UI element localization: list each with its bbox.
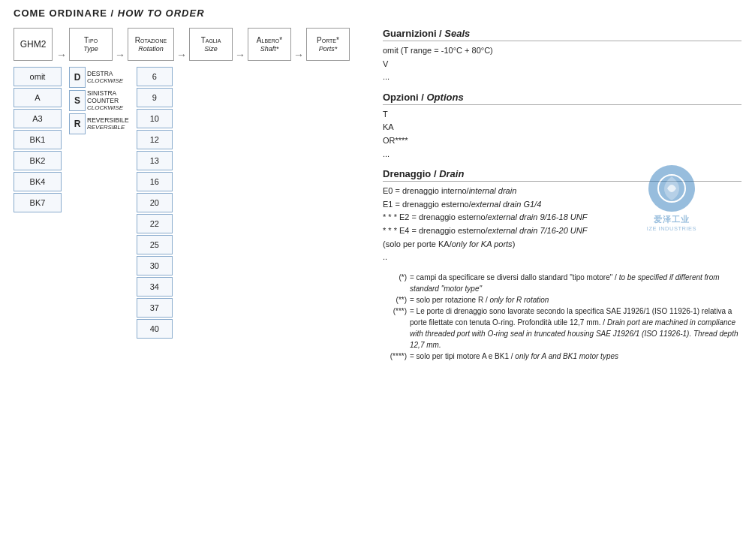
header-row: GHM2 → Tipo Type → Rotazione Rotation → …: [14, 28, 366, 61]
ize-watermark: 爱泽工业 IZE INDUSTRIES: [647, 165, 696, 232]
hdr-porte: Porte* Ports*: [306, 28, 350, 61]
tipo-bk7: BK7: [14, 193, 62, 212]
footnote-2: (**) = solo per rotazione R / only for R…: [383, 294, 741, 306]
footnotes: (*) = campi da specificare se diversi da…: [383, 272, 741, 362]
arrow-1: →: [54, 31, 69, 61]
seals-section: Guarnizioni / Seals omit (T range = -10°…: [383, 28, 741, 84]
ize-circle: [648, 165, 695, 212]
ize-icon: [657, 173, 687, 203]
page-title: COME ORDINARE / HOW TO ORDER: [14, 8, 741, 19]
rot-s: S SINISTRA COUNTER CLOCKWISE: [69, 89, 129, 112]
footnote-4: (****) = solo per tipi motore A e BK1 / …: [383, 351, 741, 362]
taglia-column: 6 9 10 12 13 16 20 22 25 30 34 37 40: [137, 67, 173, 339]
seals-line-1: omit (T range = -10°C + 80°C): [383, 44, 741, 58]
hdr-tipo: Tipo Type: [69, 28, 113, 61]
order-diagram: GHM2 → Tipo Type → Rotazione Rotation → …: [14, 28, 366, 339]
taglia-6: 6: [137, 67, 173, 86]
arrow-2: →: [113, 31, 128, 61]
hdr-albero: Albero* Shaft*: [248, 28, 291, 61]
ghm2-label: GHM2: [14, 28, 53, 61]
tipo-bk4: BK4: [14, 172, 62, 191]
options-title: Opzioni / Options: [383, 92, 741, 105]
arrow-5: →: [291, 31, 306, 61]
tipo-bk1: BK1: [14, 130, 62, 149]
rot-r: R REVERSIBILE REVERSIBLE: [69, 113, 129, 134]
seals-line-3: ...: [383, 71, 741, 84]
taglia-12: 12: [137, 130, 173, 149]
tipo-bk2: BK2: [14, 151, 62, 170]
ize-chinese: 爱泽工业: [654, 214, 690, 225]
tipo-a: A: [14, 88, 62, 107]
rot-d: D DESTRA CLOCKWISE: [69, 67, 129, 88]
options-section: Opzioni / Options T KA OR**** ...: [383, 92, 741, 161]
taglia-16: 16: [137, 172, 173, 191]
taglia-37: 37: [137, 298, 173, 318]
drain-dots: ..: [383, 251, 741, 264]
options-line-2: KA: [383, 121, 741, 134]
options-line-3: OR****: [383, 134, 741, 148]
seals-title: Guarnizioni / Seals: [383, 28, 741, 41]
hdr-taglia: Taglia Size: [189, 28, 233, 61]
taglia-22: 22: [137, 214, 173, 233]
columns-area: omit A A3 BK1 BK2 BK4 BK7 D DESTRA CLOCK…: [14, 67, 366, 339]
taglia-34: 34: [137, 277, 173, 297]
arrow-3: →: [174, 31, 189, 61]
footnote-1: (*) = campi da specificare se diversi da…: [383, 272, 741, 294]
tipo-a3: A3: [14, 109, 62, 128]
footnote-3: (***) = Le porte di drenaggio sono lavor…: [383, 306, 741, 351]
taglia-40: 40: [137, 319, 173, 339]
options-line-4: ...: [383, 148, 741, 161]
taglia-30: 30: [137, 256, 173, 275]
arrow-4: →: [233, 31, 248, 61]
options-line-1: T: [383, 108, 741, 122]
seals-line-2: V: [383, 58, 741, 71]
taglia-20: 20: [137, 193, 173, 212]
taglia-9: 9: [137, 88, 173, 107]
tipo-omit: omit: [14, 67, 62, 86]
hdr-rotazione: Rotazione Rotation: [128, 28, 174, 61]
ize-english: IZE INDUSTRIES: [647, 225, 696, 232]
drain-ka: (solo per porte KA/only for KA ports): [383, 238, 741, 251]
rotazione-column: D DESTRA CLOCKWISE S SINISTRA COUNTER CL…: [69, 67, 129, 134]
taglia-10: 10: [137, 109, 173, 128]
taglia-25: 25: [137, 235, 173, 254]
taglia-13: 13: [137, 151, 173, 170]
tipo-column: omit A A3 BK1 BK2 BK4 BK7: [14, 67, 62, 212]
